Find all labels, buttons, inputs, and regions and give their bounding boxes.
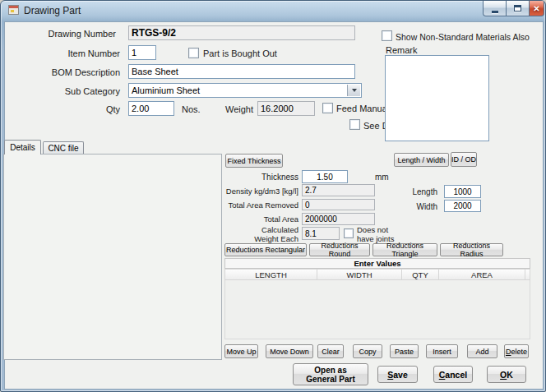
- show-non-standard-label: Show Non-Standard Materials Also: [396, 32, 530, 42]
- bom-description-label: BOM Description: [52, 67, 120, 77]
- length-field[interactable]: 1000: [444, 185, 481, 198]
- does-not-have-joints-label: Does not have joints: [357, 225, 394, 243]
- feed-manual-weight-checkbox[interactable]: [322, 103, 333, 113]
- minimize-icon: [492, 11, 498, 13]
- tab-details[interactable]: Details: [4, 140, 41, 154]
- reductions-triangle-button[interactable]: Reductions Triangle: [372, 243, 437, 256]
- fixed-thickness-button[interactable]: Fixed Thickness: [225, 154, 283, 168]
- clear-button[interactable]: Clear: [317, 344, 344, 358]
- calculated-label-line1: Calculated: [254, 225, 298, 234]
- sub-category-value: Aluminium Sheet: [132, 85, 200, 95]
- joints-label-line1: Does not: [357, 225, 394, 234]
- length-width-button[interactable]: Length / Width: [394, 153, 449, 167]
- reductions-radius-button[interactable]: Reductions Radius: [440, 243, 503, 256]
- calculated-weight-each-label: Calculated Weight Each: [254, 225, 298, 243]
- density-field[interactable]: 2.7: [302, 184, 375, 196]
- app-icon: [8, 5, 19, 15]
- delete-rest: elete: [511, 348, 527, 356]
- maximize-button[interactable]: [507, 1, 530, 16]
- paste-button[interactable]: Paste: [390, 344, 419, 358]
- density-label: Density kg/dm3 [kg/l]: [226, 187, 298, 196]
- enter-values-table-body[interactable]: [224, 280, 530, 339]
- column-header-length: LENGTH: [224, 269, 317, 280]
- column-header-qty: QTY: [402, 269, 439, 280]
- part-is-bought-out-checkbox[interactable]: [188, 48, 199, 58]
- sub-category-label: Sub Category: [65, 86, 120, 96]
- length-label: Length: [412, 187, 437, 196]
- add-button[interactable]: Add: [467, 344, 497, 358]
- save-button[interactable]: Save: [377, 366, 418, 383]
- insert-button[interactable]: Insert: [426, 344, 458, 358]
- remark-label: Remark: [386, 45, 418, 55]
- minimize-button[interactable]: [483, 1, 507, 16]
- chevron-down-icon: [352, 89, 357, 92]
- calculated-label-line2: Weight Each: [254, 234, 298, 243]
- copy-button[interactable]: Copy: [353, 344, 382, 358]
- tab-cnc-file[interactable]: CNC file: [43, 141, 84, 154]
- details-tab-page: [3, 154, 222, 360]
- sub-category-dropdown[interactable]: Aluminium Sheet: [128, 83, 362, 98]
- total-area-label: Total Area: [264, 214, 298, 224]
- save-rest: ave: [393, 370, 408, 380]
- move-up-button[interactable]: Move Up: [224, 344, 258, 358]
- bom-description-field[interactable]: Base Sheet: [128, 64, 355, 79]
- total-area-removed-field[interactable]: 0: [302, 199, 375, 210]
- column-header-area: AREA: [439, 269, 525, 280]
- window-title: Drawing Part: [24, 5, 81, 16]
- show-non-standard-checkbox[interactable]: [382, 30, 392, 41]
- column-header-filler: [525, 269, 530, 280]
- maximize-icon: [514, 5, 521, 12]
- see-detail-checkbox[interactable]: [349, 119, 360, 130]
- cancel-rest: ancel: [445, 370, 467, 380]
- ok-rest: K: [507, 370, 513, 380]
- id-od-button[interactable]: ID / OD: [451, 152, 477, 167]
- part-is-bought-out-label: Part is Bought Out: [203, 48, 277, 58]
- qty-label: Qty: [106, 104, 120, 114]
- total-area-removed-label: Total Area Removed: [228, 201, 298, 210]
- close-button[interactable]: ✕: [530, 1, 544, 16]
- drawing-number-label: Drawing Number: [48, 29, 116, 39]
- dropdown-button[interactable]: [347, 85, 360, 96]
- width-label: Width: [416, 202, 437, 211]
- thickness-field[interactable]: 1.50: [302, 170, 348, 183]
- drawing-part-dialog: Drawing Part ✕ Drawing Number RTGS-9/2 I…: [0, 0, 546, 392]
- delete-button[interactable]: Delete: [504, 344, 529, 358]
- open-as-line2: General Part: [306, 375, 354, 384]
- remark-textarea[interactable]: [385, 55, 489, 141]
- qty-field[interactable]: 2.00: [128, 101, 174, 116]
- weight-label: Weight: [225, 104, 253, 114]
- reductions-rectangular-button[interactable]: Reductions Rectangular: [224, 243, 307, 256]
- total-area-field[interactable]: 2000000: [302, 213, 375, 225]
- reductions-round-button[interactable]: Reductions Round: [309, 243, 370, 256]
- drawing-number-field[interactable]: RTGS-9/2: [128, 25, 355, 40]
- column-header-width: WIDTH: [317, 269, 402, 280]
- item-number-field[interactable]: 1: [128, 45, 156, 60]
- enter-values-header-row: LENGTH WIDTH QTY AREA: [224, 269, 530, 280]
- ok-button[interactable]: OK: [487, 366, 526, 383]
- does-not-have-joints-checkbox[interactable]: [344, 228, 354, 238]
- qty-unit-label: Nos.: [182, 104, 201, 114]
- titlebar[interactable]: Drawing Part ✕: [1, 1, 545, 21]
- open-as-line1: Open as: [314, 366, 346, 375]
- cancel-button[interactable]: Cancel: [433, 366, 473, 383]
- open-as-general-part-button[interactable]: Open as General Part: [293, 363, 368, 385]
- move-down-button[interactable]: Move Down: [266, 344, 313, 358]
- enter-values-caption: Enter Values: [224, 258, 530, 269]
- item-number-label: Item Number: [67, 48, 120, 58]
- calculated-weight-each-field[interactable]: 8.1: [302, 227, 340, 240]
- weight-field[interactable]: 16.2000: [257, 101, 315, 116]
- close-icon: ✕: [533, 2, 539, 16]
- thickness-unit-label: mm: [375, 173, 389, 182]
- width-field[interactable]: 2000: [444, 200, 481, 212]
- thickness-label: Thickness: [261, 173, 298, 182]
